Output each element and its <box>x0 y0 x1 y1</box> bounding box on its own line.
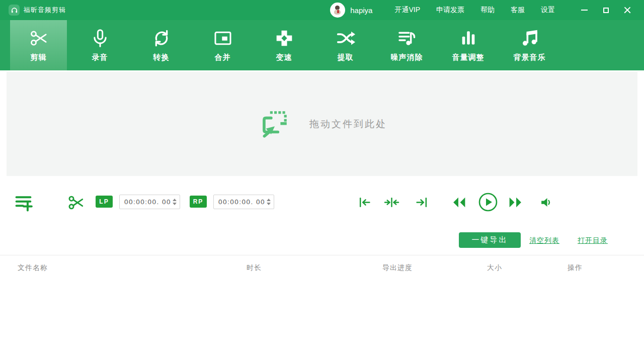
scissors-icon <box>29 28 49 48</box>
column-size: 大小 <box>487 263 502 273</box>
drag-drop-icon <box>257 108 290 141</box>
cut-scissors-icon <box>67 194 85 212</box>
export-all-button[interactable]: 一键导出 <box>459 232 521 248</box>
tab-convert[interactable]: 转换 <box>133 20 190 70</box>
tab-record[interactable]: 录音 <box>71 20 128 70</box>
play-button[interactable] <box>478 192 498 212</box>
tab-noise-removal[interactable]: 噪声消除 <box>378 20 435 70</box>
right-point-badge[interactable]: RP <box>190 196 207 208</box>
spin-up-icon[interactable] <box>173 199 177 201</box>
right-point-time-input[interactable]: 00:00:00. 00 <box>213 195 274 209</box>
menu-support[interactable]: 客服 <box>511 6 525 15</box>
user-avatar[interactable] <box>330 3 345 18</box>
right-point-time-value: 00:00:00. 00 <box>218 198 267 206</box>
rp-spinner[interactable] <box>267 195 271 209</box>
rewind-icon <box>451 197 467 208</box>
column-progress: 导出进度 <box>382 263 413 273</box>
tab-merge[interactable]: 合并 <box>194 20 251 70</box>
skip-to-end-icon <box>415 196 429 209</box>
speed-icon <box>274 28 294 48</box>
tab-clip[interactable]: 剪辑 <box>10 20 67 70</box>
left-point-badge[interactable]: LP <box>96 196 113 208</box>
jump-to-end-button[interactable] <box>415 196 429 209</box>
lp-spinner[interactable] <box>173 195 177 209</box>
audio-editor-window: 福昕音频剪辑 hapiya 开通VIP 申请发票 帮助 客服 设置 <box>0 0 644 362</box>
volume-adjust-icon <box>458 28 478 48</box>
minimize-button[interactable] <box>579 5 589 15</box>
microphone-icon <box>90 28 110 48</box>
noise-removal-icon <box>397 28 417 48</box>
tab-speed[interactable]: 变速 <box>256 20 312 70</box>
menu-help[interactable]: 帮助 <box>480 6 495 15</box>
column-actions: 操作 <box>568 263 583 273</box>
file-drop-zone[interactable]: 拖动文件到此处 <box>7 72 637 176</box>
volume-button[interactable] <box>540 196 552 209</box>
background-music-icon <box>520 28 540 48</box>
add-to-list-icon <box>14 193 34 213</box>
menu-invoice[interactable]: 申请发票 <box>436 6 464 15</box>
drop-zone-hint: 拖动文件到此处 <box>309 118 387 131</box>
play-icon <box>478 192 498 212</box>
tab-background-music[interactable]: 背景音乐 <box>501 20 558 70</box>
username[interactable]: hapiya <box>350 6 372 15</box>
extract-icon <box>336 28 356 48</box>
skip-to-start-icon <box>358 196 371 209</box>
close-button[interactable] <box>622 5 632 15</box>
window-controls <box>579 5 644 15</box>
convert-icon <box>151 28 172 48</box>
set-marker-button[interactable] <box>384 196 399 209</box>
close-icon <box>624 7 631 14</box>
rewind-button[interactable] <box>451 197 467 208</box>
column-duration: 时长 <box>247 263 262 273</box>
clear-list-link[interactable]: 清空列表 <box>529 236 559 245</box>
fast-forward-icon <box>508 197 523 208</box>
left-point-time-input[interactable]: 00:00:00. 00 <box>119 195 180 209</box>
speaker-icon <box>540 196 552 209</box>
file-table-header: 文件名称 时长 导出进度 大小 操作 <box>0 255 644 279</box>
tab-extract[interactable]: 提取 <box>317 20 374 70</box>
left-point-time-value: 00:00:00. 00 <box>124 198 173 206</box>
maximize-icon <box>603 8 609 13</box>
app-title: 福昕音频剪辑 <box>24 6 66 15</box>
column-filename: 文件名称 <box>18 263 48 273</box>
menu-settings[interactable]: 设置 <box>541 6 555 15</box>
add-files-button[interactable] <box>14 193 34 213</box>
spin-down-icon[interactable] <box>267 203 271 205</box>
minimize-icon <box>581 10 588 11</box>
arrows-to-center-icon <box>384 196 399 209</box>
app-logo-icon <box>9 5 20 16</box>
menu-vip[interactable]: 开通VIP <box>394 6 420 15</box>
toolbar: 剪辑 录音 转换 合并 <box>0 20 644 70</box>
spin-up-icon[interactable] <box>267 199 271 201</box>
titlebar: 福昕音频剪辑 hapiya 开通VIP 申请发票 帮助 客服 设置 <box>0 0 644 20</box>
merge-icon <box>213 28 233 48</box>
jump-to-start-button[interactable] <box>358 196 371 209</box>
fast-forward-button[interactable] <box>508 197 523 208</box>
cut-button[interactable] <box>67 194 85 212</box>
tab-volume-adjust[interactable]: 音量调整 <box>440 20 497 70</box>
titlebar-menu: 开通VIP 申请发票 帮助 客服 设置 <box>394 6 571 15</box>
maximize-button[interactable] <box>601 5 611 15</box>
open-folder-link[interactable]: 打开目录 <box>578 236 608 245</box>
spin-down-icon[interactable] <box>173 203 177 205</box>
